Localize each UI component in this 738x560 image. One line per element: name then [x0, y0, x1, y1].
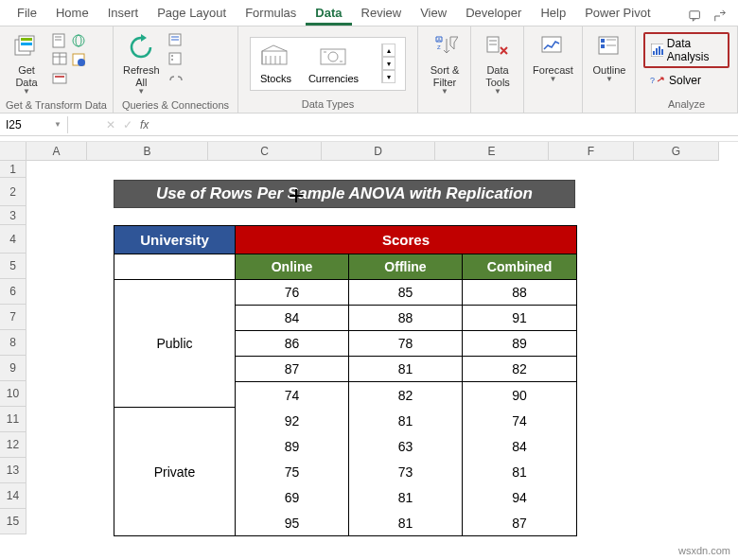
tab-power-pivot[interactable]: Power Pivot: [575, 1, 659, 26]
select-all-corner[interactable]: [0, 142, 26, 161]
cell[interactable]: 85: [349, 280, 463, 306]
data-types-gallery[interactable]: Stocks Currencies ▴ ▾ ▾: [250, 37, 406, 91]
cell[interactable]: 76: [236, 280, 349, 306]
sub-header-online: Online: [236, 254, 349, 280]
gallery-down[interactable]: ▾: [382, 57, 395, 70]
row-head-13[interactable]: 13: [0, 458, 26, 483]
col-head-C[interactable]: C: [208, 142, 322, 161]
cell[interactable]: 86: [236, 331, 349, 357]
formula-input[interactable]: [156, 116, 738, 133]
cell[interactable]: 87: [236, 357, 349, 382]
tab-page-layout[interactable]: Page Layout: [148, 1, 236, 26]
cell[interactable]: 63: [349, 433, 463, 459]
existing-conn-icon[interactable]: [51, 70, 68, 87]
gallery-more[interactable]: ▾: [382, 70, 395, 83]
solver-button[interactable]: ? Solver: [643, 70, 729, 91]
svg-rect-37: [542, 37, 561, 52]
row-head-4[interactable]: 4: [0, 225, 26, 254]
cell[interactable]: 81: [349, 510, 463, 535]
cell[interactable]: 95: [236, 510, 349, 535]
properties-icon[interactable]: [167, 51, 184, 68]
from-web-icon[interactable]: [70, 32, 87, 49]
cell[interactable]: 89: [236, 433, 349, 459]
gallery-up[interactable]: ▴: [382, 44, 395, 57]
cell[interactable]: 91: [463, 306, 576, 331]
row-head-12[interactable]: 12: [0, 432, 26, 458]
row-head-1[interactable]: 1: [0, 161, 26, 178]
col-head-F[interactable]: F: [549, 142, 634, 161]
tab-insert[interactable]: Insert: [98, 1, 149, 26]
tab-data[interactable]: Data: [306, 1, 351, 26]
cell[interactable]: 73: [349, 459, 463, 484]
cell[interactable]: 89: [463, 331, 576, 357]
sort-filter-button[interactable]: AZ Sort & Filter▼: [424, 30, 466, 97]
cell[interactable]: 92: [236, 408, 349, 433]
tab-home[interactable]: Home: [46, 1, 98, 26]
cell[interactable]: 69: [236, 484, 349, 510]
get-data-button[interactable]: Get Data ▼: [6, 30, 47, 97]
tab-help[interactable]: Help: [531, 1, 575, 26]
name-box[interactable]: I25▼: [0, 116, 68, 133]
row-head-15[interactable]: 15: [0, 509, 26, 534]
row-head-11[interactable]: 11: [0, 407, 26, 432]
cell[interactable]: 78: [349, 331, 463, 357]
cell[interactable]: 84: [463, 433, 576, 459]
recent-sources-icon[interactable]: [70, 51, 87, 68]
cell[interactable]: 81: [349, 408, 463, 433]
outline-button[interactable]: Outline▼: [589, 30, 630, 85]
share-icon[interactable]: [710, 7, 730, 26]
col-head-A[interactable]: A: [26, 142, 87, 161]
fx-icon[interactable]: fx: [140, 118, 149, 131]
cell[interactable]: 81: [349, 484, 463, 510]
cell[interactable]: 74: [463, 408, 576, 433]
cell[interactable]: 74: [236, 382, 349, 408]
cell[interactable]: 81: [349, 357, 463, 382]
svg-point-29: [328, 52, 338, 61]
row-head-8[interactable]: 8: [0, 330, 26, 356]
row-head-6[interactable]: 6: [0, 279, 26, 305]
cell[interactable]: 94: [463, 484, 576, 510]
tab-review[interactable]: Review: [352, 1, 412, 26]
col-head-G[interactable]: G: [634, 142, 719, 161]
cell[interactable]: 82: [349, 382, 463, 408]
spreadsheet-grid[interactable]: A B C D E F G 123456789101112131415 Use …: [0, 142, 738, 534]
row-head-2[interactable]: 2: [0, 178, 26, 206]
col-head-B[interactable]: B: [87, 142, 208, 161]
cell[interactable]: 87: [463, 510, 576, 535]
from-text-icon[interactable]: [51, 32, 68, 49]
stocks-type[interactable]: Stocks: [260, 44, 291, 84]
currencies-type[interactable]: Currencies: [308, 44, 359, 84]
edit-links-icon[interactable]: [167, 70, 184, 87]
svg-rect-4: [21, 43, 32, 45]
svg-rect-40: [606, 39, 616, 41]
refresh-all-button[interactable]: Refresh All ▼: [119, 30, 164, 97]
tab-view[interactable]: View: [411, 1, 456, 26]
forecast-button[interactable]: Forecast▼: [530, 30, 576, 85]
cell[interactable]: 82: [463, 357, 576, 382]
data-tools-button[interactable]: Data Tools▼: [477, 30, 518, 97]
cell[interactable]: 81: [463, 459, 576, 484]
row-head-7[interactable]: 7: [0, 305, 26, 330]
svg-point-21: [171, 55, 173, 57]
data-analysis-button[interactable]: Data Analysis: [643, 32, 729, 68]
col-head-E[interactable]: E: [435, 142, 549, 161]
comments-icon[interactable]: [685, 7, 706, 26]
cell[interactable]: 84: [236, 306, 349, 331]
queries-conn-icon[interactable]: [167, 32, 184, 49]
row-head-14[interactable]: 14: [0, 483, 26, 509]
cell[interactable]: 75: [236, 459, 349, 484]
tab-formulas[interactable]: Formulas: [236, 1, 306, 26]
tab-developer[interactable]: Developer: [456, 1, 531, 26]
col-head-D[interactable]: D: [322, 142, 435, 161]
row-head-5[interactable]: 5: [0, 254, 26, 279]
row-head-10[interactable]: 10: [0, 381, 26, 407]
row-head-9[interactable]: 9: [0, 356, 26, 381]
cell[interactable]: 88: [349, 306, 463, 331]
cell[interactable]: 90: [463, 382, 576, 408]
cell[interactable]: 88: [463, 280, 576, 306]
row-head-3[interactable]: 3: [0, 206, 26, 225]
tab-file[interactable]: File: [8, 1, 46, 26]
group-label-data-types: Data Types: [244, 96, 412, 113]
svg-rect-0: [690, 11, 700, 19]
from-table-icon[interactable]: [51, 51, 68, 68]
